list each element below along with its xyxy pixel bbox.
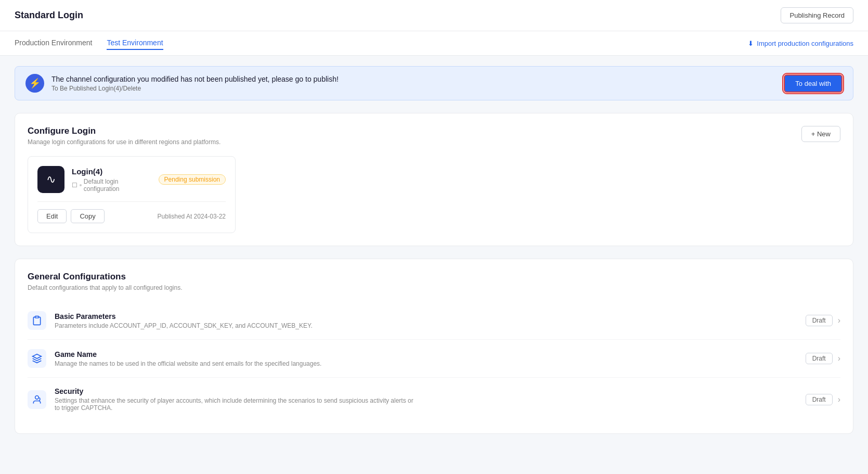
general-configurations-header: General Configurations Default configura… xyxy=(28,272,840,291)
config-item-security[interactable]: Security Settings that enhance the secur… xyxy=(28,378,840,421)
tab-production[interactable]: Production Environment xyxy=(15,36,92,50)
config-info-security: Security Settings that enhance the secur… xyxy=(55,387,419,412)
config-item-left-basic: Basic Parameters Parameters include ACCO… xyxy=(28,311,313,330)
published-at-text: Published At 2024-03-22 xyxy=(158,213,226,220)
clipboard-icon xyxy=(28,311,46,330)
draft-badge-basic: Draft xyxy=(806,315,833,326)
copy-button[interactable]: Copy xyxy=(71,209,104,223)
new-login-button[interactable]: + New xyxy=(801,126,840,142)
login-card: ∿ Login(4) ☐ Default login configuration… xyxy=(28,156,236,233)
configure-login-title-block: Configure Login Manage login configurati… xyxy=(28,126,221,146)
pending-badge: Pending submission xyxy=(159,174,226,185)
config-item-right-game: Draft › xyxy=(806,353,840,364)
config-info-game: Game Name Manage the names to be used in… xyxy=(55,350,321,367)
login-card-subtitle: ☐ Default login configuration xyxy=(72,178,151,193)
notification-banner: ⚡ The channel configuration you modified… xyxy=(15,66,853,100)
cube-icon xyxy=(28,349,46,368)
card-actions: Edit Copy xyxy=(37,209,105,223)
notification-left: ⚡ The channel configuration you modified… xyxy=(25,74,339,93)
game-name-name: Game Name xyxy=(55,350,321,358)
config-info-basic: Basic Parameters Parameters include ACCO… xyxy=(55,312,313,329)
config-item-game-name[interactable]: Game Name Manage the names to be used in… xyxy=(28,340,840,378)
person-shield-icon xyxy=(28,390,46,409)
configure-login-section: Configure Login Manage login configurati… xyxy=(15,113,853,246)
login-card-info: Login(4) ☐ Default login configuration xyxy=(72,167,151,193)
config-item-basic-parameters[interactable]: Basic Parameters Parameters include ACCO… xyxy=(28,302,840,340)
to-deal-button[interactable]: To deal with xyxy=(784,74,843,93)
general-configurations-title-block: General Configurations Default configura… xyxy=(28,272,183,291)
general-configurations-title: General Configurations xyxy=(28,272,183,282)
security-name: Security xyxy=(55,387,419,395)
game-name-desc: Manage the names to be used in the offic… xyxy=(55,360,321,367)
lightning-icon: ⚡ xyxy=(25,74,44,93)
download-icon: ⬇ xyxy=(748,40,754,47)
notification-text-block: The channel configuration you modified h… xyxy=(51,75,339,92)
basic-parameters-name: Basic Parameters xyxy=(55,312,313,321)
chevron-right-icon-game: › xyxy=(838,354,840,363)
main-content: ⚡ The channel configuration you modified… xyxy=(0,56,868,457)
edit-button[interactable]: Edit xyxy=(37,209,67,223)
configure-login-subtitle: Manage login configurations for use in d… xyxy=(28,138,221,146)
login-card-header: ∿ Login(4) ☐ Default login configuration… xyxy=(37,166,226,193)
configure-login-header: Configure Login Manage login configurati… xyxy=(28,126,840,146)
publishing-record-button[interactable]: Publishing Record xyxy=(781,7,853,23)
login-card-footer: Edit Copy Published At 2024-03-22 xyxy=(37,201,226,223)
chevron-right-icon-security: › xyxy=(838,395,840,404)
basic-parameters-desc: Parameters include ACCOUNT_APP_ID, ACCOU… xyxy=(55,322,313,329)
config-item-right-security: Draft › xyxy=(806,394,840,405)
svg-marker-1 xyxy=(33,354,42,358)
draft-badge-game: Draft xyxy=(806,353,833,364)
security-desc: Settings that enhance the security of pl… xyxy=(55,397,419,412)
login-logo-icon: ∿ xyxy=(37,166,64,193)
general-configurations-subtitle: Default configurations that apply to all… xyxy=(28,284,183,291)
import-production-link[interactable]: ⬇ Import production configurations xyxy=(748,40,853,47)
login-card-title: Login(4) xyxy=(72,167,151,176)
notification-main-text: The channel configuration you modified h… xyxy=(51,75,339,83)
chevron-right-icon-basic: › xyxy=(838,316,840,325)
env-tabs-left: Production Environment Test Environment xyxy=(15,36,163,50)
draft-badge-security: Draft xyxy=(806,394,833,405)
env-tabs-bar: Production Environment Test Environment … xyxy=(0,31,868,56)
configure-login-title: Configure Login xyxy=(28,126,221,136)
tab-test[interactable]: Test Environment xyxy=(107,36,163,50)
svg-rect-0 xyxy=(35,316,39,318)
page-icon: ☐ xyxy=(72,182,77,189)
config-item-right-basic: Draft › xyxy=(806,315,840,326)
config-item-left-game: Game Name Manage the names to be used in… xyxy=(28,349,321,368)
svg-point-2 xyxy=(35,395,39,399)
dot-separator xyxy=(80,184,82,186)
app-title: Standard Login xyxy=(15,10,83,21)
config-item-left-security: Security Settings that enhance the secur… xyxy=(28,387,419,412)
notification-sub-text: To Be Published Login(4)/Delete xyxy=(51,85,339,92)
top-header: Standard Login Publishing Record xyxy=(0,0,868,31)
general-configurations-section: General Configurations Default configura… xyxy=(15,259,853,434)
